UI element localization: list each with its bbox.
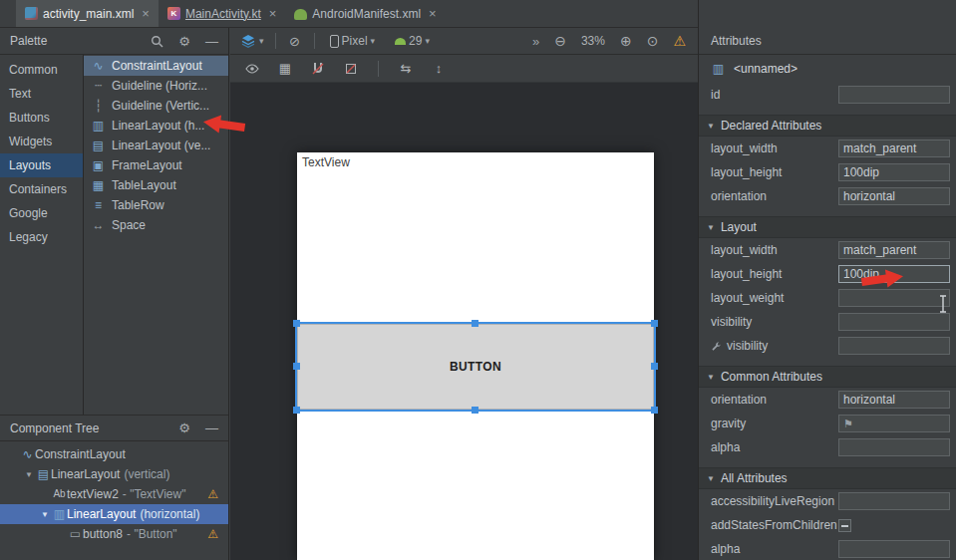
layout_width-field[interactable]: match_parent [838, 241, 950, 259]
zoom-out-button[interactable]: ⊖ [554, 33, 566, 49]
visibility-field[interactable] [838, 313, 950, 331]
zoom-in-button[interactable]: ⊕ [620, 33, 632, 49]
section-header-declared-attributes[interactable]: ▼Declared Attributes [699, 115, 956, 137]
orientation-field[interactable]: horizontal [838, 187, 950, 205]
section-header-layout[interactable]: ▼Layout [699, 216, 956, 238]
palette-items: ∿ConstraintLayout┄Guideline (Horiz...┆Gu… [84, 55, 228, 415]
palette-category-widgets[interactable]: Widgets [0, 130, 83, 153]
tree-item-linearlayout[interactable]: ▼▤LinearLayout(vertical) [0, 464, 228, 484]
section-header-all-attributes[interactable]: ▼All Attributes [699, 467, 956, 489]
expand-arrow-icon[interactable]: ▼ [38, 510, 52, 519]
gravity-field[interactable]: ⚑ [838, 415, 950, 432]
alpha-field[interactable] [838, 438, 950, 456]
device-name: Pixel [342, 34, 368, 48]
collapse-triangle-icon: ▼ [707, 474, 715, 483]
palette-category-google[interactable]: Google [0, 201, 83, 225]
layout_width-field[interactable]: match_parent [838, 140, 950, 157]
expand-vertical-icon[interactable]: ↕ [431, 61, 447, 77]
palette-item-constraintlayout[interactable]: ∿ConstraintLayout [84, 56, 228, 76]
layout_weight-field[interactable] [838, 289, 950, 307]
visibility-field[interactable] [838, 337, 950, 355]
close-tab-icon[interactable]: × [429, 7, 437, 20]
accessibilityLiveRegion-field[interactable] [838, 492, 950, 510]
palette-item-guideline-horiz-[interactable]: ┄Guideline (Horiz... [84, 76, 228, 96]
attribute-label: visibility [711, 339, 838, 353]
autoconnect-off-magnet-icon[interactable] [310, 61, 326, 77]
attribute-label: layout_width [711, 243, 838, 257]
flag-icon: ⚑ [843, 418, 853, 430]
close-tab-icon[interactable]: × [142, 7, 150, 20]
pack-horizontal-icon[interactable]: ⇆ [398, 61, 414, 77]
palette-category-legacy[interactable]: Legacy [0, 225, 83, 249]
id-field[interactable] [838, 86, 950, 104]
collapse-triangle-icon: ▼ [707, 373, 715, 382]
section-header-common-attributes[interactable]: ▼Common Attributes [699, 366, 956, 388]
warnings-button[interactable]: ⚠ [673, 33, 686, 49]
gear-icon[interactable]: ⚙ [178, 421, 190, 434]
tree-item-button8[interactable]: ▭button8- "Button"⚠ [0, 524, 228, 544]
api-level-selector[interactable]: 29 ▾ [395, 34, 430, 48]
attribute-row-gravity: gravity⚑ [699, 412, 956, 435]
search-icon[interactable] [151, 35, 163, 48]
tab-AndroidManifest.xml[interactable]: AndroidManifest.xml× [285, 0, 445, 27]
theme-button[interactable]: ⊘ [287, 33, 303, 49]
tab-label: MainActivity.kt [185, 7, 261, 21]
orientation-field[interactable]: horizontal [838, 391, 950, 409]
warning-icon[interactable]: ⚠ [207, 527, 218, 541]
zoom-to-fit-button[interactable]: ⊙ [647, 33, 659, 49]
palette-category-common[interactable]: Common [0, 58, 83, 82]
palette-item-tablerow[interactable]: ≡TableRow [84, 195, 228, 215]
attribute-row-addStatesFromChildren: addStatesFromChildren [699, 513, 956, 537]
tree-item-linearlayout[interactable]: ▼▥LinearLayout(horizontal) [0, 504, 228, 524]
alpha-field[interactable] [838, 540, 950, 558]
gear-icon[interactable]: ⚙ [178, 35, 190, 48]
section-title: Common Attributes [721, 370, 822, 384]
tree-item-textview2[interactable]: AbtextView2- "TextView"⚠ [0, 484, 228, 504]
button-widget[interactable]: BUTTON [297, 324, 654, 410]
design-surface-mode-button[interactable]: ▾ [240, 33, 264, 49]
field-value: match_parent [843, 243, 916, 257]
clear-constraints-icon[interactable] [343, 61, 359, 77]
hide-panel-icon[interactable]: — [205, 35, 218, 48]
layout_height-field[interactable]: 100dip [838, 265, 950, 283]
component-tree-header: Component Tree ⚙ — [0, 415, 228, 441]
addStatesFromChildren-checkbox[interactable] [838, 519, 851, 532]
palette-item-tablelayout[interactable]: ▦TableLayout [84, 175, 228, 195]
palette-category-buttons[interactable]: Buttons [0, 106, 83, 130]
tab-MainActivity.kt[interactable]: KMainActivity.kt× [159, 0, 285, 27]
expand-arrow-icon[interactable]: ▼ [22, 470, 36, 479]
palette-item-guideline-vertic-[interactable]: ┆Guideline (Vertic... [84, 96, 228, 116]
palette-item-space[interactable]: ↔Space [84, 215, 228, 235]
palette-item-linearlayout-ve-[interactable]: ▤LinearLayout (ve... [84, 136, 228, 155]
textview-widget[interactable]: TextView [302, 155, 350, 169]
framelayout-icon: ▣ [91, 159, 106, 171]
palette-category-containers[interactable]: Containers [0, 177, 83, 201]
tree-item-label: textView2 [67, 487, 119, 501]
hide-panel-icon[interactable]: — [205, 421, 218, 434]
layout_height-field[interactable]: 100dip [838, 163, 950, 181]
palette-category-layouts[interactable]: Layouts [0, 153, 83, 177]
device-artboard[interactable]: TextView BUTTON [297, 152, 654, 560]
component-tree-title: Component Tree [10, 421, 99, 435]
palette-categories: CommonTextButtonsWidgetsLayoutsContainer… [0, 55, 84, 415]
palette-item-framelayout[interactable]: ▣FrameLayout [84, 155, 228, 175]
blueprint-mode-icon[interactable]: ▦ [277, 61, 293, 77]
android-icon [395, 38, 406, 45]
toolbar-overflow-button[interactable]: » [532, 34, 539, 49]
palette-category-text[interactable]: Text [0, 82, 83, 106]
attribute-label: orientation [711, 393, 838, 407]
attribute-label: layout_height [711, 165, 838, 179]
tree-item-constraintlayout[interactable]: ∿ConstraintLayout [0, 444, 228, 464]
design-canvas[interactable]: TextView BUTTON [230, 83, 698, 560]
tab-label: AndroidManifest.xml [312, 7, 421, 21]
section-title: All Attributes [721, 471, 788, 485]
tab-activity_main.xml[interactable]: activity_main.xml× [16, 0, 159, 27]
palette-item-linearlayout-h-[interactable]: ▥LinearLayout (h... [84, 116, 228, 136]
collapse-triangle-icon: ▼ [707, 223, 715, 232]
view-options-eye-icon[interactable] [244, 61, 260, 77]
close-tab-icon[interactable]: × [269, 7, 277, 20]
attribute-row-orientation: orientationhorizontal [699, 184, 956, 208]
attribute-label-text: gravity [711, 417, 746, 430]
device-selector[interactable]: Pixel ▾ [330, 34, 376, 48]
warning-icon[interactable]: ⚠ [207, 487, 218, 501]
